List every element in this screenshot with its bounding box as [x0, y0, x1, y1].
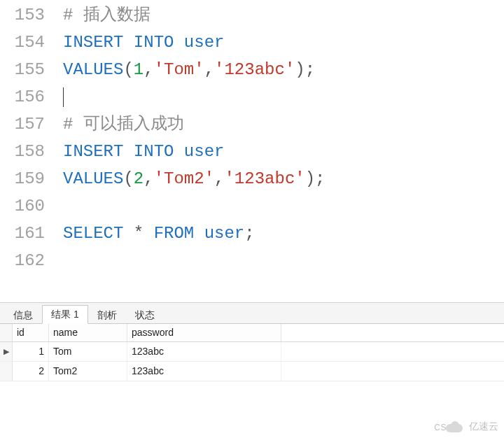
cell-id[interactable]: 1	[13, 342, 49, 361]
code-token: FROM	[154, 224, 195, 243]
code-token: (	[123, 169, 133, 188]
code-line[interactable]: 160	[0, 192, 504, 220]
line-number: 158	[0, 138, 55, 165]
code-token: INSERT	[63, 142, 123, 161]
code-token: #	[63, 6, 83, 24]
code-content[interactable]: VALUES(1,'Tom','123abc');	[56, 56, 315, 83]
column-header-id[interactable]: id	[13, 324, 49, 341]
code-token: (	[123, 60, 133, 79]
result-grid[interactable]: id name password ▶1Tom123abc2Tom2123abc	[0, 324, 504, 381]
code-token: SELECT	[63, 224, 123, 243]
line-number: 153	[0, 1, 55, 29]
code-token: #	[63, 115, 83, 134]
code-token	[123, 33, 133, 52]
code-token: INTO	[134, 142, 174, 161]
code-token: ,	[144, 60, 153, 79]
cell-id[interactable]: 2	[13, 362, 49, 381]
tab-信息[interactable]: 信息	[4, 306, 42, 324]
code-line[interactable]: 157# 可以插入成功	[0, 111, 504, 138]
cell-name[interactable]: Tom	[49, 342, 127, 361]
code-line[interactable]: 153# 插入数据	[0, 1, 504, 29]
cell-password[interactable]: 123abc	[127, 342, 281, 361]
code-content[interactable]: # 插入数据	[56, 1, 150, 29]
column-header-password[interactable]: password	[127, 324, 281, 341]
results-panel: 信息结果 1剖析状态 id name password ▶1Tom123abc2…	[0, 302, 504, 381]
code-token: 'Tom'	[154, 60, 204, 79]
code-content[interactable]: INSERT INTO user	[56, 138, 224, 165]
code-editor[interactable]: 153# 插入数据154INSERT INTO user155VALUES(1,…	[0, 0, 504, 274]
code-token	[123, 142, 133, 161]
code-token: ,	[214, 169, 224, 188]
code-token	[174, 33, 183, 52]
code-line[interactable]: 154INSERT INTO user	[0, 29, 504, 56]
tab-状态[interactable]: 状态	[126, 306, 164, 324]
code-line[interactable]: 159VALUES(2,'Tom2','123abc');	[0, 165, 504, 192]
code-token	[194, 224, 204, 243]
watermark-text: 亿速云	[469, 421, 498, 433]
code-token: INSERT	[63, 33, 123, 52]
code-line[interactable]: 156	[0, 83, 504, 111]
cell-password[interactable]: 123abc	[127, 362, 281, 381]
code-content[interactable]	[56, 83, 64, 111]
code-token: 'Tom2'	[154, 169, 214, 188]
code-token: 可以插入成功	[83, 115, 184, 134]
current-row-indicator-icon: ▶	[4, 347, 9, 356]
text-cursor	[63, 87, 64, 107]
table-row[interactable]: ▶1Tom123abc	[0, 342, 504, 362]
line-number: 160	[0, 192, 55, 220]
code-content[interactable]: # 可以插入成功	[56, 111, 184, 138]
line-number: 157	[0, 111, 55, 138]
code-token: user	[204, 224, 245, 243]
code-token	[174, 142, 183, 161]
code-token: ,	[204, 60, 214, 79]
code-content[interactable]: SELECT * FROM user;	[56, 220, 255, 247]
code-token	[144, 224, 153, 243]
grid-header-row: id name password	[0, 324, 504, 342]
code-token: 插入数据	[83, 6, 150, 24]
table-row[interactable]: 2Tom2123abc	[0, 362, 504, 381]
code-line[interactable]: 162	[0, 247, 504, 274]
code-line[interactable]: 161SELECT * FROM user;	[0, 220, 504, 247]
column-header-name[interactable]: name	[49, 324, 127, 341]
code-token: INTO	[134, 33, 174, 52]
row-handle[interactable]	[0, 362, 13, 381]
line-number: 156	[0, 83, 55, 111]
line-number: 159	[0, 165, 55, 192]
code-token: VALUES	[63, 60, 123, 79]
code-token: 1	[134, 60, 144, 79]
code-token: user	[184, 33, 225, 52]
line-number: 154	[0, 29, 55, 56]
line-number: 155	[0, 56, 55, 83]
code-token: '123abc'	[224, 169, 304, 188]
code-token: ,	[144, 169, 153, 188]
cell-name[interactable]: Tom2	[49, 362, 127, 381]
code-token	[123, 224, 133, 243]
tab-剖析[interactable]: 剖析	[88, 306, 126, 324]
code-token: );	[295, 60, 315, 79]
code-content[interactable]: VALUES(2,'Tom2','123abc');	[56, 165, 326, 192]
code-token: VALUES	[63, 169, 123, 188]
code-content[interactable]: INSERT INTO user	[56, 29, 224, 56]
watermark: 亿速云	[444, 420, 498, 434]
code-token: *	[134, 224, 144, 243]
code-token: ;	[244, 224, 254, 243]
line-number: 161	[0, 220, 55, 247]
line-number: 162	[0, 247, 55, 274]
code-line[interactable]: 158INSERT INTO user	[0, 138, 504, 165]
code-token: );	[305, 169, 326, 188]
code-token: 2	[134, 169, 144, 188]
code-token: '123abc'	[214, 60, 295, 79]
row-handle[interactable]: ▶	[0, 342, 13, 361]
code-line[interactable]: 155VALUES(1,'Tom','123abc');	[0, 56, 504, 83]
code-token: user	[184, 142, 225, 161]
tab-结果 1[interactable]: 结果 1	[42, 305, 88, 324]
result-tabs: 信息结果 1剖析状态	[0, 303, 504, 324]
row-handle-header	[0, 324, 13, 341]
cloud-icon	[444, 420, 465, 434]
